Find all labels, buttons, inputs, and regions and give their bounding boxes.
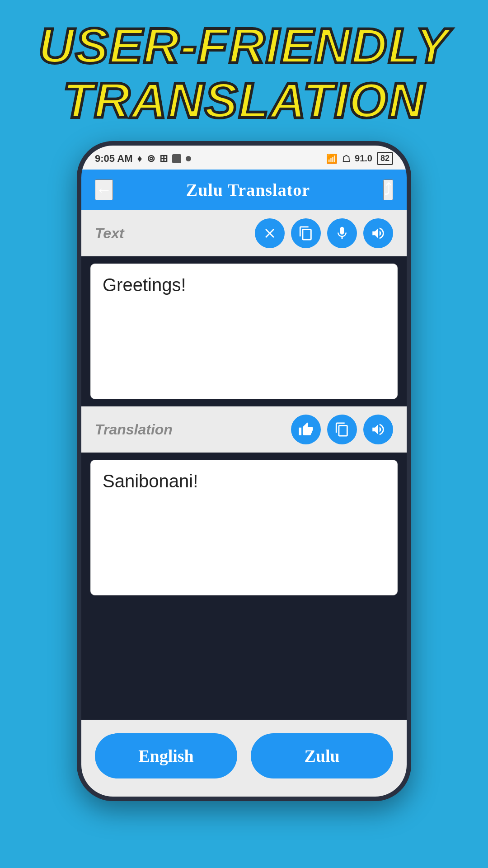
page-background: User-Friendly Translation 9:05 AM ♦ ⊚ ⊞ … — [0, 0, 488, 868]
notification-dot — [186, 156, 191, 161]
signal-strength: 91.0 — [355, 153, 372, 164]
clipboard-button[interactable] — [291, 218, 321, 248]
speaker-button-text[interactable] — [363, 218, 393, 248]
grid-icon: ⊞ — [160, 153, 168, 165]
text-input-area[interactable]: Greetings! — [90, 264, 398, 399]
clear-icon — [262, 226, 277, 241]
headline-line1: User-Friendly — [27, 18, 461, 73]
mic-icon — [334, 226, 350, 241]
status-right: 📶 ☖ 91.0 82 — [326, 152, 393, 165]
phone-body: 9:05 AM ♦ ⊚ ⊞ 📶 ☖ 91.0 82 ← Zulu Transla… — [77, 141, 411, 801]
copy-icon — [334, 422, 350, 437]
battery-icon-small — [172, 154, 181, 163]
copy-translation-button[interactable] — [327, 415, 357, 444]
text-action-buttons — [255, 218, 393, 248]
signal-bars-icon: ☖ — [342, 153, 350, 164]
status-time: 9:05 AM — [95, 153, 133, 165]
text-content: Greetings! — [103, 275, 186, 295]
like-button[interactable] — [291, 415, 321, 444]
text-label: Text — [95, 225, 124, 242]
share-button[interactable]: ⤴ — [383, 179, 393, 200]
thumbs-up-icon — [298, 422, 314, 437]
speaker-icon-translation — [371, 422, 386, 437]
back-button[interactable]: ← — [95, 179, 113, 200]
translation-section-header: Translation — [81, 406, 407, 453]
mic-button[interactable] — [327, 218, 357, 248]
bottom-language-bar: English Zulu — [81, 720, 407, 797]
speaker-button-translation[interactable] — [363, 415, 393, 444]
english-language-button[interactable]: English — [95, 733, 237, 778]
wifi-signal-icon: 📶 — [326, 153, 338, 164]
translation-content: Sanibonani! — [103, 471, 198, 491]
page-headline: User-Friendly Translation — [0, 0, 488, 137]
instagram-icon: ⊚ — [147, 153, 155, 165]
phone-mockup: 9:05 AM ♦ ⊚ ⊞ 📶 ☖ 91.0 82 ← Zulu Transla… — [0, 141, 488, 801]
translation-label: Translation — [95, 421, 173, 438]
clear-button[interactable] — [255, 218, 285, 248]
clipboard-icon — [298, 226, 314, 241]
translation-action-buttons — [291, 415, 393, 444]
status-left: 9:05 AM ♦ ⊚ ⊞ — [95, 153, 191, 165]
app-title: Zulu Translator — [186, 180, 310, 200]
text-section-header: Text — [81, 210, 407, 256]
headline-line2: Translation — [27, 73, 461, 127]
status-bar: 9:05 AM ♦ ⊚ ⊞ 📶 ☖ 91.0 82 — [81, 146, 407, 170]
battery-level: 82 — [377, 152, 393, 165]
app-bar: ← Zulu Translator ⤴ — [81, 170, 407, 210]
zulu-language-button[interactable]: Zulu — [251, 733, 393, 778]
wifi-icon: ♦ — [137, 153, 142, 165]
speaker-icon-text — [371, 226, 386, 241]
translation-output-area: Sanibonani! — [90, 460, 398, 595]
